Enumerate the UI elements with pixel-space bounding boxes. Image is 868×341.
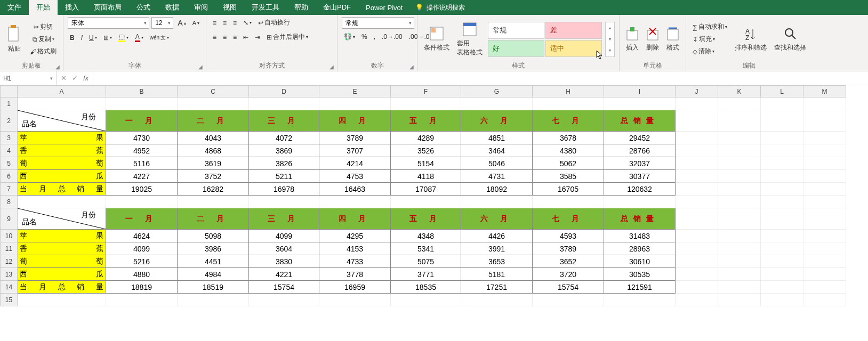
data-cell[interactable]: 3986 [178, 242, 249, 255]
merge-center-button[interactable]: ⊞合并后居中 ▾ [264, 31, 310, 43]
data-cell[interactable]: 4214 [319, 157, 391, 170]
data-cell[interactable]: 19025 [106, 183, 178, 196]
diagonal-header-cell[interactable]: 月份品名 [18, 110, 106, 132]
paste-button[interactable]: 粘贴 [4, 24, 25, 54]
cell[interactable] [761, 242, 803, 255]
align-middle-button[interactable]: ≡ [221, 18, 229, 28]
cell[interactable] [676, 281, 718, 294]
name-box[interactable]: H1 [0, 71, 57, 85]
cell[interactable] [676, 183, 718, 196]
conditional-format-button[interactable]: 条件格式 [422, 25, 452, 53]
data-cell[interactable]: 4880 [106, 268, 178, 281]
cell[interactable] [676, 144, 718, 157]
data-cell[interactable]: 4380 [533, 144, 604, 157]
row-name-cell[interactable]: 苹果 [18, 132, 106, 144]
dialog-launcher-icon[interactable]: ◢ [409, 64, 414, 70]
cell[interactable] [676, 208, 718, 230]
month-header[interactable]: 一 月 [106, 208, 178, 230]
select-all-corner[interactable] [1, 86, 18, 98]
percent-button[interactable]: % [359, 32, 369, 42]
data-cell[interactable]: 4730 [106, 132, 178, 144]
cell[interactable] [391, 294, 461, 306]
cell[interactable] [391, 98, 461, 110]
dialog-launcher-icon[interactable]: ◢ [198, 64, 203, 70]
cell[interactable] [803, 196, 846, 208]
data-cell[interactable]: 16282 [178, 183, 249, 196]
data-cell[interactable]: 18092 [461, 183, 533, 196]
align-right-button[interactable]: ≡ [231, 33, 239, 42]
cell[interactable] [178, 294, 249, 306]
cell[interactable] [461, 294, 533, 306]
month-header[interactable]: 五 月 [391, 110, 461, 132]
cell[interactable] [761, 196, 803, 208]
cell[interactable] [803, 144, 846, 157]
cell[interactable] [604, 196, 676, 208]
row-header[interactable]: 7 [1, 183, 18, 196]
data-cell[interactable]: 4984 [178, 268, 249, 281]
cell[interactable] [18, 196, 106, 208]
cell[interactable] [533, 196, 604, 208]
data-cell[interactable]: 3869 [249, 144, 319, 157]
month-header[interactable]: 三 月 [249, 110, 319, 132]
col-header[interactable]: H [533, 86, 604, 98]
cell[interactable] [803, 98, 846, 110]
data-cell[interactable]: 5341 [391, 242, 461, 255]
data-cell[interactable]: 16705 [533, 183, 604, 196]
cell[interactable] [718, 196, 761, 208]
italic-button[interactable]: I [79, 33, 85, 43]
cell[interactable] [604, 294, 676, 306]
cell[interactable] [604, 98, 676, 110]
data-cell[interactable]: 5154 [391, 157, 461, 170]
row-header[interactable]: 15 [1, 294, 18, 306]
data-cell[interactable]: 5062 [533, 157, 604, 170]
data-cell[interactable]: 4753 [319, 170, 391, 183]
orientation-button[interactable]: ⤡ ▾ [241, 18, 254, 28]
cell[interactable] [106, 98, 178, 110]
font-size-combo[interactable]: 12 [151, 17, 173, 29]
col-header[interactable]: F [391, 86, 461, 98]
data-cell[interactable]: 4868 [178, 144, 249, 157]
cell[interactable] [718, 170, 761, 183]
sort-filter-button[interactable]: AZ排序和筛选 [733, 25, 769, 53]
data-cell[interactable]: 5216 [106, 255, 178, 268]
cell[interactable] [676, 110, 718, 132]
style-normal[interactable]: 常规 [488, 22, 544, 39]
month-header[interactable]: 二 月 [178, 110, 249, 132]
row-name-cell[interactable]: 葡萄 [18, 157, 106, 170]
cell[interactable] [178, 98, 249, 110]
cell[interactable] [676, 132, 718, 144]
cell[interactable] [761, 268, 803, 281]
month-header[interactable]: 三 月 [249, 208, 319, 230]
insert-function-button[interactable]: fx [83, 74, 89, 82]
month-header[interactable]: 总销量 [604, 110, 676, 132]
border-button[interactable]: ⊞ ▾ [101, 33, 114, 43]
month-header[interactable]: 四 月 [319, 110, 391, 132]
row-header[interactable]: 9 [1, 208, 18, 230]
data-cell[interactable]: 5075 [391, 255, 461, 268]
cell[interactable] [676, 157, 718, 170]
data-cell[interactable]: 5116 [106, 157, 178, 170]
month-header[interactable]: 总销量 [604, 208, 676, 230]
data-cell[interactable]: 4153 [319, 242, 391, 255]
data-cell[interactable]: 4072 [249, 132, 319, 144]
cell[interactable] [533, 98, 604, 110]
data-cell[interactable]: 4348 [391, 230, 461, 242]
data-cell[interactable]: 17087 [391, 183, 461, 196]
cell[interactable] [676, 242, 718, 255]
cell[interactable] [718, 242, 761, 255]
row-name-cell[interactable]: 当月总销量 [18, 183, 106, 196]
cell[interactable] [803, 230, 846, 242]
cell[interactable] [533, 294, 604, 306]
data-cell[interactable]: 4731 [461, 170, 533, 183]
data-cell[interactable]: 3778 [319, 268, 391, 281]
cell[interactable] [249, 196, 319, 208]
number-format-combo[interactable]: 常规 [342, 17, 414, 29]
decrease-indent-button[interactable]: ⇤ [241, 33, 251, 42]
data-cell[interactable]: 3585 [533, 170, 604, 183]
col-header[interactable]: C [178, 86, 249, 98]
font-color-button[interactable]: A ▾ [133, 32, 146, 43]
data-cell[interactable]: 32037 [604, 157, 676, 170]
cell[interactable] [676, 196, 718, 208]
cell[interactable] [803, 294, 846, 306]
data-cell[interactable]: 15754 [533, 281, 604, 294]
